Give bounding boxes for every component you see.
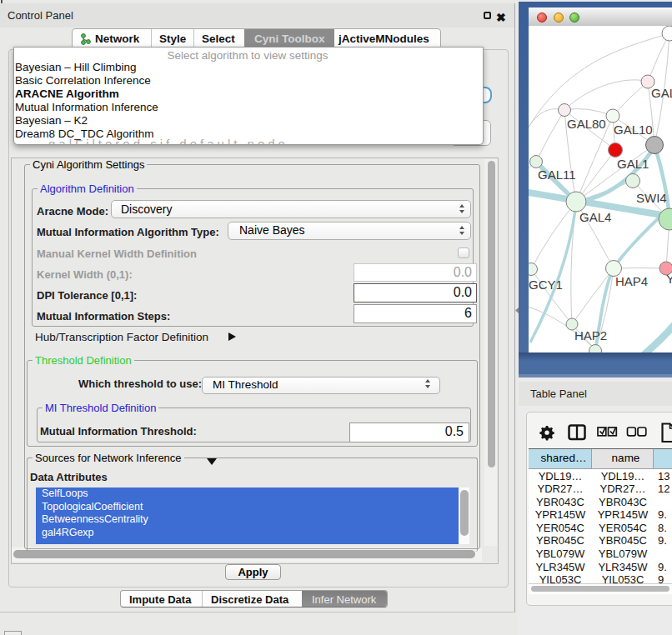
svg-text:GAL: GAL [651,86,672,100]
svg-text:HAP2: HAP2 [574,328,607,342]
svg-text:GAL4: GAL4 [579,210,611,224]
svg-text:SWI4: SWI4 [636,191,667,205]
svg-text:GAL10: GAL10 [614,122,653,137]
svg-text:GAL80: GAL80 [567,117,606,131]
svg-text:HAP4: HAP4 [615,274,648,288]
svg-text:GCY1: GCY1 [529,278,563,292]
svg-text:GAL11: GAL11 [538,168,576,182]
svg-text:GAL1: GAL1 [617,157,649,171]
svg-text:Y: Y [666,272,672,286]
